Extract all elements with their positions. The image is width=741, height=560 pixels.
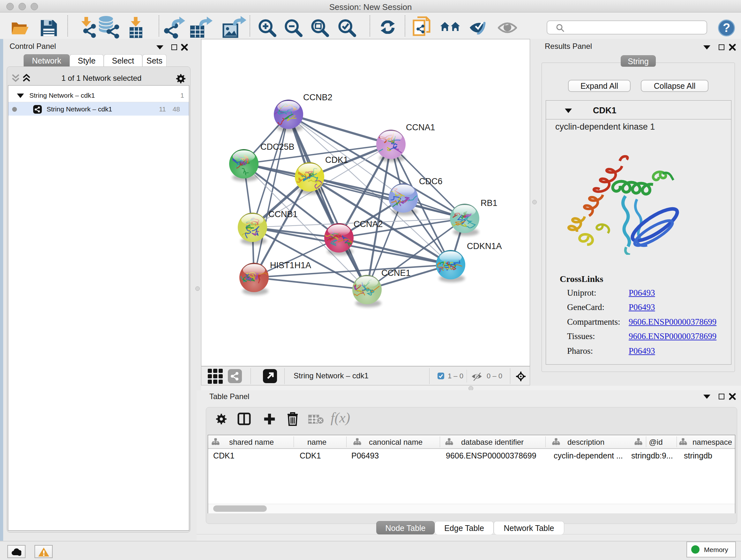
svg-text:RB1: RB1 xyxy=(481,198,497,208)
svg-text:CCNB2: CCNB2 xyxy=(303,92,333,102)
svg-text:CDK1: CDK1 xyxy=(325,155,348,165)
svg-text:CCNB1: CCNB1 xyxy=(268,209,298,219)
svg-text:HIST1H1A: HIST1H1A xyxy=(270,260,311,270)
svg-text:CCNA1: CCNA1 xyxy=(406,123,435,132)
svg-text:CCNA2: CCNA2 xyxy=(354,219,383,229)
svg-text:CDC25B: CDC25B xyxy=(260,142,294,152)
svg-text:CCNE1: CCNE1 xyxy=(381,268,411,278)
svg-text:CDKN1A: CDKN1A xyxy=(467,241,502,251)
svg-text:CDC6: CDC6 xyxy=(419,177,443,186)
